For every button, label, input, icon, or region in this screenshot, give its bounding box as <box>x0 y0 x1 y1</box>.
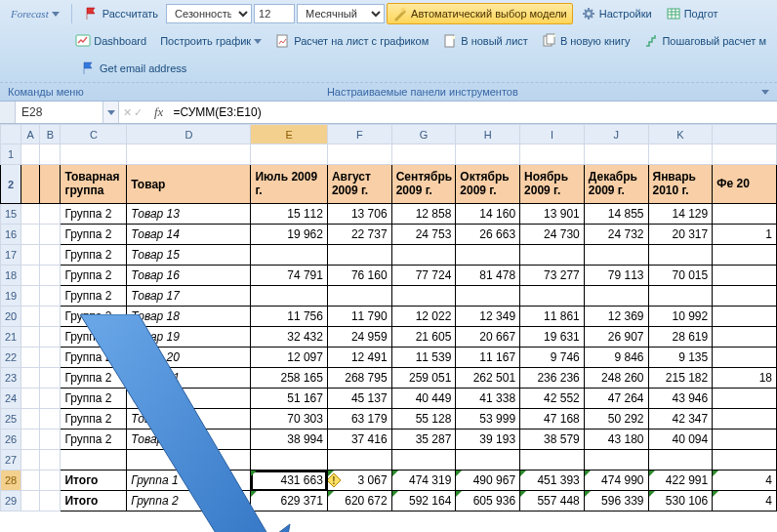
column-header[interactable]: K <box>648 125 713 144</box>
empty-cell[interactable] <box>21 165 40 204</box>
empty-cell[interactable] <box>21 204 40 225</box>
cell-value[interactable]: 14 160 <box>456 204 520 225</box>
cell-value[interactable]: 70 015 <box>648 266 713 286</box>
cell-value[interactable]: 24 959 <box>327 327 391 348</box>
empty-cell[interactable] <box>21 389 40 409</box>
column-header[interactable]: A <box>21 125 40 144</box>
empty-cell[interactable] <box>40 389 61 409</box>
cell-value[interactable]: 74 791 <box>251 266 327 286</box>
cell-value[interactable] <box>520 245 585 266</box>
cell-group[interactable]: Группа 2 <box>61 307 127 327</box>
cell-product[interactable]: Товар 15 <box>127 245 251 266</box>
cell-product[interactable]: Товар 13 <box>127 204 251 225</box>
cell-total-value[interactable]: 557 448 <box>520 491 585 512</box>
empty-cell[interactable] <box>40 491 61 512</box>
cell-value[interactable] <box>391 245 456 266</box>
cell-group[interactable]: Группа 2 <box>61 430 127 450</box>
cell-value[interactable]: 43 946 <box>648 389 713 409</box>
cell-total-value[interactable]: 530 106 <box>648 491 713 512</box>
cell-value[interactable]: 24 732 <box>584 225 648 245</box>
cell-value[interactable] <box>713 430 777 450</box>
header-month[interactable]: Январь 2010 г. <box>648 165 713 204</box>
column-header[interactable]: I <box>520 125 585 144</box>
settings-button[interactable]: Настройки <box>575 3 658 24</box>
cell-value[interactable]: 24 753 <box>391 225 456 245</box>
auto-model-button[interactable]: Автоматический выбор модели <box>387 3 573 24</box>
cell-value[interactable]: 11 756 <box>251 307 327 327</box>
get-email-button[interactable]: Get email address <box>75 58 192 79</box>
cell-value[interactable] <box>713 245 777 266</box>
column-header[interactable]: B <box>40 125 61 144</box>
cell-value[interactable]: 22 737 <box>327 225 391 245</box>
name-box-dropdown[interactable] <box>102 102 118 123</box>
cell-value[interactable]: 40 449 <box>391 389 456 409</box>
cell-total-value[interactable]: 3 067! <box>327 471 391 491</box>
row-header[interactable]: 1 <box>1 144 21 165</box>
header-month[interactable]: Фе 20 <box>713 165 777 204</box>
cell-total-value[interactable]: 490 967 <box>456 471 520 491</box>
cell-total-value[interactable]: 474 990 <box>584 471 648 491</box>
cell-value[interactable]: 38 579 <box>520 430 585 450</box>
cell-value[interactable]: 73 277 <box>520 266 585 286</box>
empty-cell[interactable] <box>456 144 520 165</box>
seasonality-value-input[interactable] <box>254 4 295 23</box>
cell-value[interactable]: 19 631 <box>520 327 585 348</box>
cell-group[interactable]: Группа 2 <box>61 348 127 368</box>
custom-toolbars-link[interactable]: Настраиваемые панели инструментов <box>327 86 518 98</box>
empty-cell[interactable] <box>251 450 327 471</box>
cell-value[interactable] <box>251 286 327 307</box>
row-header[interactable]: 20 <box>1 307 21 327</box>
empty-cell[interactable] <box>327 450 391 471</box>
cell-value[interactable]: 11 167 <box>456 348 520 368</box>
cell-total-value[interactable]: 592 164 <box>391 491 456 512</box>
cell-value[interactable]: 81 478 <box>456 266 520 286</box>
empty-cell[interactable] <box>21 307 40 327</box>
cell-value[interactable]: 10 992 <box>648 307 713 327</box>
cell-value[interactable]: 24 730 <box>520 225 585 245</box>
empty-cell[interactable] <box>21 471 40 491</box>
cell-value[interactable]: 50 292 <box>584 409 648 430</box>
empty-cell[interactable] <box>40 471 61 491</box>
cell-value[interactable]: 19 962 <box>251 225 327 245</box>
empty-cell[interactable] <box>251 144 327 165</box>
row-header[interactable]: 24 <box>1 389 21 409</box>
row-header[interactable]: 28 <box>1 471 21 491</box>
cell-total-label[interactable]: Итого <box>61 491 127 512</box>
cell-value[interactable]: 63 179 <box>327 409 391 430</box>
empty-cell[interactable] <box>40 409 61 430</box>
empty-cell[interactable] <box>21 225 40 245</box>
cell-group[interactable]: Группа 2 <box>61 245 127 266</box>
cell-value[interactable] <box>648 286 713 307</box>
cell-value[interactable] <box>391 286 456 307</box>
menu-commands-link[interactable]: Команды меню <box>8 86 84 98</box>
cell-value[interactable] <box>584 245 648 266</box>
cell-value[interactable]: 21 605 <box>391 327 456 348</box>
cell-value[interactable]: 258 165 <box>251 368 327 389</box>
cell-value[interactable] <box>648 245 713 266</box>
column-header[interactable]: D <box>127 125 251 144</box>
header-month[interactable]: Июль 2009 г. <box>251 165 327 204</box>
cell-value[interactable] <box>713 266 777 286</box>
cell-group[interactable]: Группа 2 <box>61 225 127 245</box>
column-header[interactable]: C <box>61 125 127 144</box>
empty-cell[interactable] <box>520 450 585 471</box>
cell-product[interactable]: Товар 17 <box>127 286 251 307</box>
column-header[interactable]: J <box>584 125 648 144</box>
cell-value[interactable]: 15 112 <box>251 204 327 225</box>
panels-dropdown-icon[interactable] <box>761 90 769 95</box>
cell-value[interactable]: 14 855 <box>584 204 648 225</box>
cell-value[interactable]: 47 264 <box>584 389 648 409</box>
column-header[interactable]: G <box>391 125 456 144</box>
empty-cell[interactable] <box>40 450 61 471</box>
cell-group[interactable]: Группа 2 <box>61 368 127 389</box>
row-header[interactable]: 26 <box>1 430 21 450</box>
cell-value[interactable]: 11 539 <box>391 348 456 368</box>
cell-value[interactable]: 18 <box>713 368 777 389</box>
row-header[interactable]: 15 <box>1 204 21 225</box>
empty-cell[interactable] <box>21 409 40 430</box>
dashboard-button[interactable]: Dashboard <box>69 30 152 52</box>
empty-cell[interactable] <box>40 144 61 165</box>
cell-group[interactable]: Группа 2 <box>61 266 127 286</box>
cell-total-group[interactable]: Группа 1 <box>127 471 251 491</box>
column-header[interactable]: E <box>251 125 327 144</box>
